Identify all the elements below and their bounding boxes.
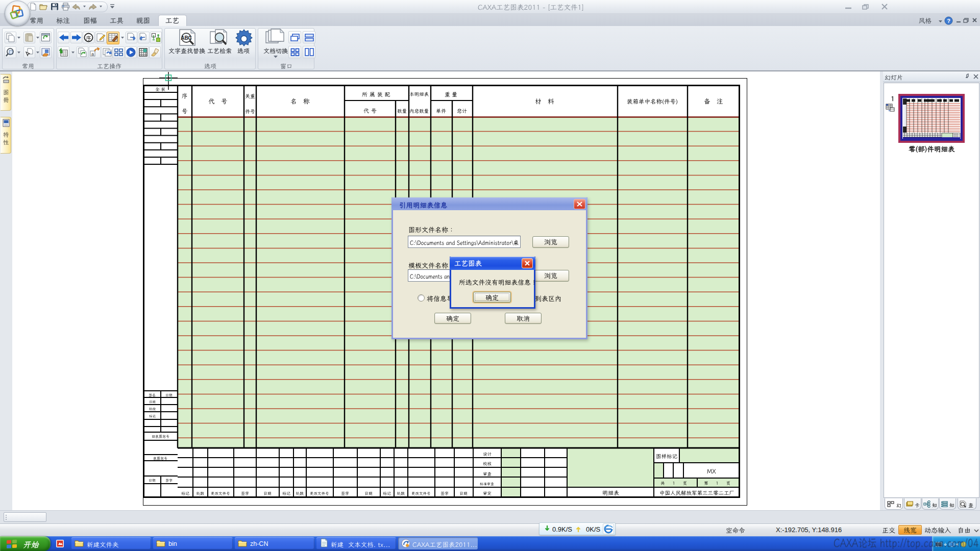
svg-text:?: ? [947, 18, 950, 24]
svg-text:a: a [91, 52, 94, 57]
svg-text:ABC: ABC [181, 35, 192, 41]
